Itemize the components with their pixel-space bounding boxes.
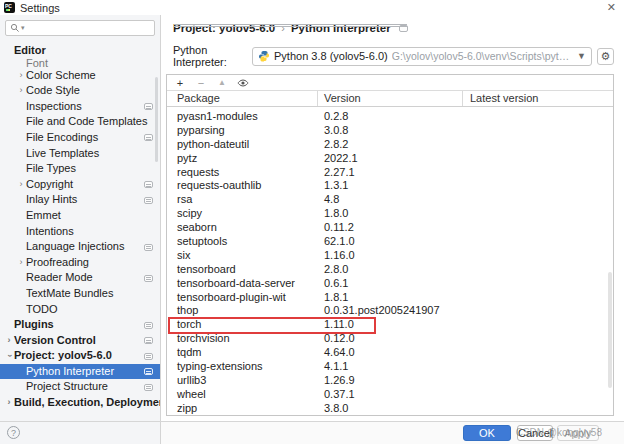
package-name: tqdm: [177, 346, 201, 360]
cancel-button[interactable]: Cancel: [517, 425, 553, 441]
sidebar-item-emmet[interactable]: Emmet: [0, 208, 160, 224]
gear-icon[interactable]: ⚙: [597, 48, 614, 65]
table-row-urllib3[interactable]: urllib31.26.9: [167, 374, 613, 388]
sidebar-item-label: Proofreading: [26, 255, 89, 271]
sidebar-item-label: Version Control: [14, 333, 96, 349]
settings-card-icon: [144, 322, 153, 329]
table-row-tqdm[interactable]: tqdm4.64.0: [167, 346, 613, 360]
package-name: setuptools: [177, 235, 227, 249]
close-icon[interactable]: ✕: [607, 1, 616, 14]
interpreter-label: Python Interpreter:: [173, 44, 252, 68]
settings-card-icon: [144, 275, 153, 282]
column-header-latest-version[interactable]: Latest version: [470, 92, 538, 104]
table-header: Package Version Latest version: [167, 91, 613, 107]
search-input[interactable]: [25, 23, 150, 34]
sidebar-item-label: Language Injections: [26, 239, 124, 255]
sidebar-item-label: Copyright: [26, 177, 73, 193]
table-row-torch[interactable]: torch1.11.0: [167, 318, 613, 332]
table-row-six[interactable]: six1.16.0: [167, 249, 613, 263]
sidebar-item-file-and-code-templates[interactable]: File and Code Templates: [0, 114, 160, 130]
sidebar-item-proofreading[interactable]: ›Proofreading: [0, 255, 160, 271]
sidebar-item-file-types[interactable]: File Types: [0, 161, 160, 177]
chevron-right-icon[interactable]: ›: [16, 177, 26, 193]
table-row-typing-extensions[interactable]: typing-extensions4.1.1: [167, 360, 613, 374]
settings-card-icon: [144, 181, 153, 188]
column-header-package[interactable]: Package: [177, 92, 220, 104]
sidebar-item-reader-mode[interactable]: Reader Mode: [0, 270, 160, 286]
table-row-scipy[interactable]: scipy1.8.0: [167, 207, 613, 221]
package-name: typing-extensions: [177, 360, 263, 374]
table-scrollbar[interactable]: [608, 272, 612, 388]
package-name: requests: [177, 166, 219, 180]
chevron-right-icon[interactable]: ›: [4, 395, 14, 411]
help-icon[interactable]: ?: [7, 426, 20, 439]
table-row-setuptools[interactable]: setuptools62.1.0: [167, 235, 613, 249]
sidebar-scrollbar[interactable]: [155, 77, 158, 162]
sidebar-item-language-injections[interactable]: Language Injections: [0, 239, 160, 255]
sidebar-item-color-scheme[interactable]: ›Color Scheme: [0, 68, 160, 84]
package-panel: + − ▲ Package Version Latest version pya…: [166, 74, 614, 416]
table-row-requests-oauthlib[interactable]: requests-oauthlib1.3.1: [167, 179, 613, 193]
table-row-pyasn1-modules[interactable]: pyasn1-modules0.2.8: [167, 110, 613, 124]
package-version: 2.8.0: [324, 263, 348, 277]
interpreter-select[interactable]: Python 3.8 (yolov5-6.0) G:\yolov\yolov5-…: [252, 47, 592, 66]
column-divider[interactable]: [317, 91, 318, 106]
table-row-python-dateutil[interactable]: python-dateutil2.8.2: [167, 138, 613, 152]
package-name: python-dateutil: [177, 138, 249, 152]
sidebar-item-font[interactable]: Font: [0, 59, 160, 68]
sidebar-item-todo[interactable]: TODO: [0, 302, 160, 318]
sidebar-item-editor[interactable]: Editor: [0, 43, 160, 59]
chevron-down-icon[interactable]: ›: [1, 351, 17, 361]
chevron-right-icon[interactable]: ›: [16, 68, 26, 84]
package-name: tensorboard-plugin-wit: [177, 291, 286, 305]
table-row-pyparsing[interactable]: pyparsing3.0.8: [167, 124, 613, 138]
sidebar-item-project-yolov5-6-0[interactable]: ›Project: yolov5-6.0: [0, 348, 160, 364]
table-row-torchvision[interactable]: torchvision0.12.0: [167, 332, 613, 346]
sidebar-item-live-templates[interactable]: Live Templates: [0, 146, 160, 162]
package-version: 1.8.1: [324, 291, 348, 305]
settings-card-icon: [144, 353, 153, 360]
table-row-tensorboard-plugin-wit[interactable]: tensorboard-plugin-wit1.8.1: [167, 291, 613, 305]
sidebar-item-label: Intentions: [26, 224, 74, 240]
package-version: 3.0.8: [324, 124, 348, 138]
table-row-pytz[interactable]: pytz2022.1: [167, 152, 613, 166]
table-row-zipp[interactable]: zipp3.8.0: [167, 402, 613, 415]
show-early-releases-eye-icon[interactable]: [237, 77, 249, 89]
sidebar-item-project-structure[interactable]: Project Structure: [0, 379, 160, 395]
chevron-right-icon[interactable]: ›: [16, 255, 26, 271]
sidebar-item-inspections[interactable]: Inspections: [0, 99, 160, 115]
sidebar-item-build-execution-deployment[interactable]: ›Build, Execution, Deployment: [0, 395, 160, 411]
column-divider[interactable]: [462, 91, 463, 106]
table-row-tensorboard-data-server[interactable]: tensorboard-data-server0.6.1: [167, 277, 613, 291]
interpreter-name: Python 3.8 (yolov5-6.0): [274, 50, 388, 62]
package-version: 4.8: [324, 193, 339, 207]
table-row-rsa[interactable]: rsa4.8: [167, 193, 613, 207]
chevron-right-icon[interactable]: ›: [16, 83, 26, 99]
settings-search[interactable]: ▾: [5, 20, 155, 36]
remove-package-button[interactable]: −: [195, 76, 207, 90]
table-row-thop[interactable]: thop0.0.31.post2005241907: [167, 304, 613, 318]
ok-button[interactable]: OK: [463, 425, 511, 441]
table-row-seaborn[interactable]: seaborn0.11.2: [167, 221, 613, 235]
chevron-right-icon[interactable]: ›: [4, 333, 14, 349]
apply-button[interactable]: Apply: [557, 425, 599, 441]
sidebar-item-label: Project Structure: [26, 379, 108, 395]
upgrade-package-button[interactable]: ▲: [216, 76, 228, 90]
column-header-version[interactable]: Version: [324, 92, 361, 104]
sidebar-item-textmate-bundles[interactable]: TextMate Bundles: [0, 286, 160, 302]
chevron-down-icon[interactable]: ▼: [577, 51, 586, 61]
table-row-requests[interactable]: requests2.27.1: [167, 166, 613, 180]
sidebar-item-copyright[interactable]: ›Copyright: [0, 177, 160, 193]
table-row-tensorboard[interactable]: tensorboard2.8.0: [167, 263, 613, 277]
sidebar-item-python-interpreter[interactable]: Python Interpreter: [0, 364, 160, 380]
sidebar-item-plugins[interactable]: Plugins: [0, 317, 160, 333]
sidebar-item-inlay-hints[interactable]: Inlay Hints: [0, 192, 160, 208]
table-row-wheel[interactable]: wheel0.37.1: [167, 388, 613, 402]
sidebar-item-intentions[interactable]: Intentions: [0, 224, 160, 240]
package-name: wheel: [177, 388, 206, 402]
add-package-button[interactable]: +: [174, 76, 186, 90]
package-name: pyparsing: [177, 124, 225, 138]
sidebar-item-code-style[interactable]: ›Code Style: [0, 83, 160, 99]
sidebar-item-file-encodings[interactable]: File Encodings: [0, 130, 160, 146]
sidebar-item-version-control[interactable]: ›Version Control: [0, 333, 160, 349]
